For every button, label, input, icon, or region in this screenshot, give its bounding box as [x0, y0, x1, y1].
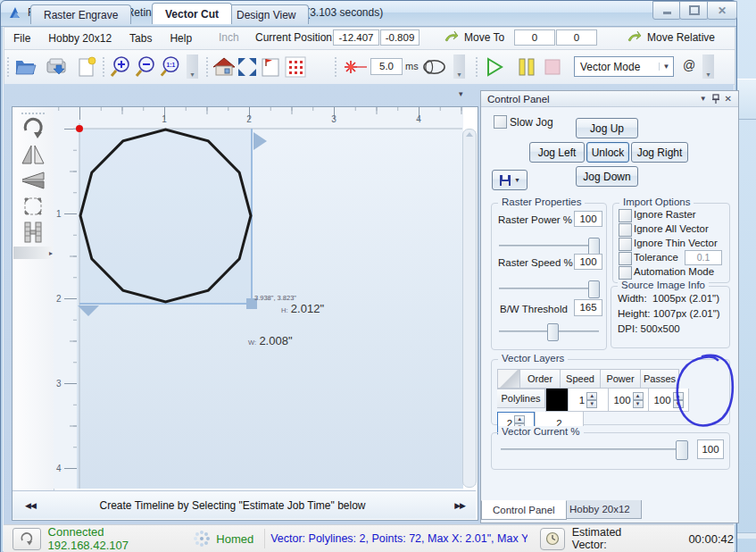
pause-button[interactable]: [514, 54, 538, 79]
zoom-overflow-button[interactable]: ▾: [187, 54, 198, 79]
close-button[interactable]: ✕: [707, 1, 737, 20]
menu-machine[interactable]: Hobby 20x12: [39, 29, 120, 47]
timeline-rewind-button[interactable]: ◀◀: [20, 499, 41, 512]
tool-strip-grip[interactable]: [21, 113, 45, 114]
tolerance-checkbox[interactable]: [619, 252, 632, 265]
spin-down-icon[interactable]: ▼: [633, 400, 644, 408]
vector-current-slider-thumb[interactable]: [676, 440, 688, 460]
pulse-input[interactable]: 5.0: [370, 58, 403, 75]
move-to-label[interactable]: Move To: [464, 31, 504, 44]
position-y-field[interactable]: -0.809: [380, 29, 420, 46]
tool-strip-expander[interactable]: ▸: [13, 247, 53, 259]
zoom-actual-button[interactable]: 1:1: [158, 54, 182, 79]
spin-up-icon[interactable]: ▲: [673, 392, 684, 400]
slow-jog-checkbox[interactable]: [494, 115, 507, 129]
jog-down-button[interactable]: Jog Down: [576, 166, 638, 187]
tab-menu-icon[interactable]: ▾: [459, 89, 463, 98]
zoom-out-button[interactable]: [133, 54, 157, 79]
tab-design-view[interactable]: Design View: [223, 4, 309, 24]
mode-dropdown[interactable]: Vector Mode ▼: [574, 56, 674, 77]
pin-icon[interactable]: [711, 94, 720, 105]
raster-power-field[interactable]: 100: [574, 211, 602, 227]
position-x-field[interactable]: -12.407: [333, 29, 379, 46]
raster-power-slider[interactable]: [499, 245, 599, 247]
laser-pointer-button[interactable]: [344, 54, 368, 79]
spin-down-icon[interactable]: ▼: [586, 400, 597, 408]
new-page-button[interactable]: [74, 54, 98, 79]
jog-right-button[interactable]: Jog Right: [631, 142, 688, 163]
column-order[interactable]: Order: [520, 369, 561, 389]
ignore-all-vector-checkbox[interactable]: [619, 223, 632, 237]
h-beam-tool[interactable]: [20, 220, 46, 245]
power-spinner[interactable]: ▲▼: [673, 392, 684, 408]
menu-help[interactable]: Help: [161, 29, 201, 47]
layer-power-cell[interactable]: 100 ▲▼: [649, 389, 689, 412]
vector-current-field[interactable]: 100: [697, 439, 724, 459]
drawing-area[interactable]: [77, 127, 463, 489]
column-polylines[interactable]: Polylines: [497, 389, 545, 408]
vector-current-slider[interactable]: [501, 448, 688, 450]
panel-tab-control-panel[interactable]: Control Panel: [481, 500, 567, 520]
restore-button[interactable]: [679, 1, 709, 20]
spin-down-icon[interactable]: ▼: [673, 400, 684, 408]
transform-tool[interactable]: [20, 194, 46, 219]
panel-close-icon[interactable]: ✕: [725, 94, 738, 104]
flip-vertical-tool[interactable]: [20, 168, 46, 193]
fit-view-button[interactable]: [235, 54, 259, 79]
move-to-x-field[interactable]: 0: [514, 29, 555, 46]
bw-threshold-slider-thumb[interactable]: [547, 323, 559, 341]
toolbar-grip[interactable]: [7, 57, 12, 77]
raster-speed-slider-thumb[interactable]: [588, 280, 600, 298]
speed-spinner[interactable]: ▲▼: [633, 392, 644, 408]
automation-mode-checkbox[interactable]: [619, 266, 632, 280]
stop-button[interactable]: [540, 54, 564, 79]
column-passes[interactable]: Passes: [641, 369, 679, 389]
layer-speed-cell[interactable]: 100 ▲▼: [609, 389, 649, 412]
raster-power-slider-thumb[interactable]: [588, 238, 600, 255]
grid-button[interactable]: [283, 54, 307, 79]
ignore-thin-vector-checkbox[interactable]: [619, 238, 632, 251]
control-panel-header[interactable]: Control Panel ▼ ✕: [481, 91, 738, 107]
open-button[interactable]: [13, 54, 37, 79]
move-to-icon[interactable]: [444, 29, 459, 45]
order-spinner[interactable]: ▲▼: [586, 392, 597, 408]
play-button[interactable]: [482, 54, 506, 79]
spin-up-icon[interactable]: ▲: [514, 415, 525, 423]
laser-overflow-button[interactable]: ▾: [453, 54, 465, 79]
jog-left-button[interactable]: Jog Left: [529, 142, 585, 163]
menu-file[interactable]: File: [4, 29, 39, 47]
zoom-in-button[interactable]: [108, 54, 132, 79]
vertical-scrollbar[interactable]: [462, 129, 477, 488]
jog-up-button[interactable]: Jog Up: [576, 118, 638, 138]
pulse-toggle[interactable]: [422, 54, 446, 79]
move-relative-icon[interactable]: [627, 29, 642, 45]
layer-color-swatch[interactable]: [545, 389, 569, 412]
raster-speed-slider[interactable]: [499, 288, 599, 289]
tab-vector-cut[interactable]: Vector Cut: [152, 3, 232, 24]
raster-speed-field[interactable]: 100: [574, 254, 602, 270]
tolerance-field[interactable]: 0.1: [685, 250, 722, 265]
layer-order-cell[interactable]: 1 ▲▼: [569, 389, 609, 412]
flip-horizontal-tool[interactable]: [20, 142, 46, 167]
column-power[interactable]: Power: [601, 369, 641, 389]
unlock-button[interactable]: Unlock: [586, 142, 629, 163]
spin-up-icon[interactable]: ▲: [633, 392, 644, 400]
move-to-y-field[interactable]: 0: [556, 29, 597, 46]
panel-tab-hobby[interactable]: Hobby 20x12: [558, 500, 642, 519]
timeline-forward-button[interactable]: ▶▶: [449, 499, 470, 512]
scroll-up-icon[interactable]: [466, 132, 473, 137]
spin-up-icon[interactable]: ▲: [586, 392, 597, 400]
minimize-button[interactable]: [652, 1, 681, 20]
import-button[interactable]: [44, 54, 68, 79]
save-settings-dropdown[interactable]: ▼: [492, 170, 528, 190]
mode-overflow-button[interactable]: ▾: [702, 54, 714, 79]
move-relative-label[interactable]: Move Relative: [647, 31, 715, 44]
reconnect-button[interactable]: [12, 528, 41, 550]
origin-page-button[interactable]: [258, 54, 282, 79]
panel-menu-icon[interactable]: ▼: [695, 95, 711, 103]
menu-tabs[interactable]: Tabs: [120, 29, 161, 47]
bw-threshold-field[interactable]: 165: [574, 299, 602, 316]
column-speed[interactable]: Speed: [561, 369, 601, 389]
home-button[interactable]: [212, 54, 236, 79]
ignore-raster-checkbox[interactable]: [619, 209, 632, 222]
